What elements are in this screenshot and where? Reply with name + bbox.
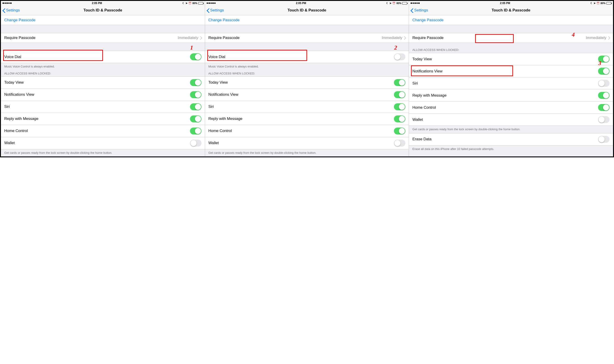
wallet-row[interactable]: Wallet [205,137,409,149]
battery-percent: 80% [192,2,197,4]
today-view-toggle[interactable] [190,79,202,86]
page-title: Touch ID & Passcode [205,8,409,13]
annotation-number-1: 1 [190,44,193,51]
siri-toggle[interactable] [598,80,610,87]
reply-with-message-toggle[interactable] [394,116,405,122]
chevron-left-icon [411,8,413,13]
back-label: Settings [414,8,428,13]
clock: 2:05 PM [296,1,306,5]
battery-percent: 80% [396,2,401,4]
alarm-icon: ⏰ [392,2,396,5]
wallet-toggle[interactable] [190,140,202,147]
nav-bar: Settings Touch ID & Passcode [205,5,409,15]
settings-content: Change Passcode Require Passcode Immedia… [205,15,409,156]
voice-dial-label: Voice Dial [4,55,21,59]
annotation-number-3: 3 [598,60,601,66]
notifications-view-toggle[interactable] [394,91,405,98]
wallet-footer: Get cards or passes ready from the lock … [205,149,409,157]
require-passcode-value: Immediately [178,36,202,40]
nav-bar: Settings Touch ID & Passcode [1,5,205,15]
page-title: Touch ID & Passcode [409,8,613,13]
chevron-right-icon [608,36,610,39]
alarm-icon: ⏰ [189,2,191,5]
today-view-toggle[interactable] [394,79,405,86]
battery-icon [198,2,203,4]
home-control-toggle[interactable] [598,104,610,111]
do-not-disturb-icon: ☾ [182,2,185,5]
require-passcode-row[interactable]: Require Passcode Immediately [205,33,409,43]
today-view-row[interactable]: Today View [1,77,205,89]
change-passcode-row[interactable]: Change Passcode [205,15,409,25]
reply-with-message-row[interactable]: Reply with Message [205,113,409,125]
status-bar: 2:05 PM ☾ ➤ ⏰ 80% [205,1,409,5]
notifications-view-row[interactable]: Notifications View [409,65,613,77]
siri-row[interactable]: Siri [409,77,613,89]
do-not-disturb-icon: ☾ [590,2,593,5]
screenshot-pane-2: 2:05 PM ☾ ➤ ⏰ 80% Settings Touch ID & Pa… [205,1,409,156]
reply-with-message-row[interactable]: Reply with Message [409,89,613,101]
alarm-icon: ⏰ [597,2,600,5]
battery-percent: 80% [600,2,605,4]
reply-with-message-toggle[interactable] [598,92,610,99]
back-label: Settings [210,8,224,13]
erase-data-row[interactable]: Erase Data [409,133,613,145]
wallet-toggle[interactable] [598,116,610,123]
wallet-footer: Get cards or passes ready from the lock … [1,149,205,157]
back-label: Settings [6,8,20,13]
notifications-view-toggle[interactable] [598,68,610,75]
today-view-row[interactable]: Today View [205,77,409,89]
back-button[interactable]: Settings [3,8,20,13]
notifications-view-row[interactable]: Notifications View [1,89,205,101]
today-view-row[interactable]: Today View [409,53,613,65]
page-title: Touch ID & Passcode [1,8,205,13]
home-control-toggle[interactable] [394,128,405,134]
status-icons: ☾ ➤ ⏰ 80% [386,2,407,5]
settings-content: Change Passcode Require Passcode Immedia… [1,15,205,156]
require-passcode-value: Immediately [586,36,610,40]
voice-dial-toggle[interactable] [394,53,405,60]
screenshot-pane-1: 2:05 PM ☾ ➤ ⏰ 80% Settings Touch ID & Pa… [1,1,205,156]
voice-dial-footer: Music Voice Control is always enabled. [205,63,409,70]
change-passcode-row[interactable]: Change Passcode [1,15,205,25]
back-button[interactable]: Settings [207,8,224,13]
location-icon: ➤ [594,2,596,5]
require-passcode-row[interactable]: Require Passcode Immediately [1,33,205,43]
nav-bar: Settings Touch ID & Passcode [409,5,613,15]
location-icon: ➤ [186,2,188,5]
back-button[interactable]: Settings [411,8,428,13]
chevron-left-icon [207,8,209,13]
siri-toggle[interactable] [394,103,405,110]
home-control-row[interactable]: Home Control [409,101,613,113]
wallet-row[interactable]: Wallet [409,113,613,126]
screenshot-pane-3: 2:05 PM ☾ ➤ ⏰ 80% Settings Touch ID & Pa… [409,1,613,156]
chevron-right-icon [404,36,405,39]
clock: 2:05 PM [500,1,510,5]
reply-with-message-toggle[interactable] [190,116,202,122]
home-control-toggle[interactable] [190,128,202,134]
home-control-row[interactable]: Home Control [1,125,205,137]
siri-toggle[interactable] [190,103,202,110]
chevron-right-icon [200,36,202,39]
wallet-row[interactable]: Wallet [1,137,205,149]
erase-data-toggle[interactable] [598,136,610,143]
reply-with-message-row[interactable]: Reply with Message [1,113,205,125]
wallet-toggle[interactable] [394,140,405,147]
notifications-view-row[interactable]: Notifications View [205,89,409,101]
require-passcode-row[interactable]: Require Passcode Immediately [409,33,613,43]
siri-row[interactable]: Siri [1,101,205,113]
require-passcode-value: Immediately [382,36,406,40]
voice-dial-row[interactable]: Voice Dial [1,51,205,63]
clock: 2:05 PM [92,1,102,5]
change-passcode-row[interactable]: Change Passcode [409,15,613,25]
annotation-number-4: 4 [572,31,575,38]
notifications-view-toggle[interactable] [190,91,202,98]
voice-dial-row[interactable]: Voice Dial [205,51,409,63]
settings-content: Change Passcode Require Passcode Immedia… [409,15,613,153]
wallet-footer: Get cards or passes ready from the lock … [409,126,613,133]
signal-strength [2,2,12,4]
require-passcode-label: Require Passcode [4,36,35,40]
siri-row[interactable]: Siri [205,101,409,113]
annotation-number-2: 2 [394,44,397,51]
voice-dial-toggle[interactable] [190,53,202,60]
home-control-row[interactable]: Home Control [205,125,409,137]
